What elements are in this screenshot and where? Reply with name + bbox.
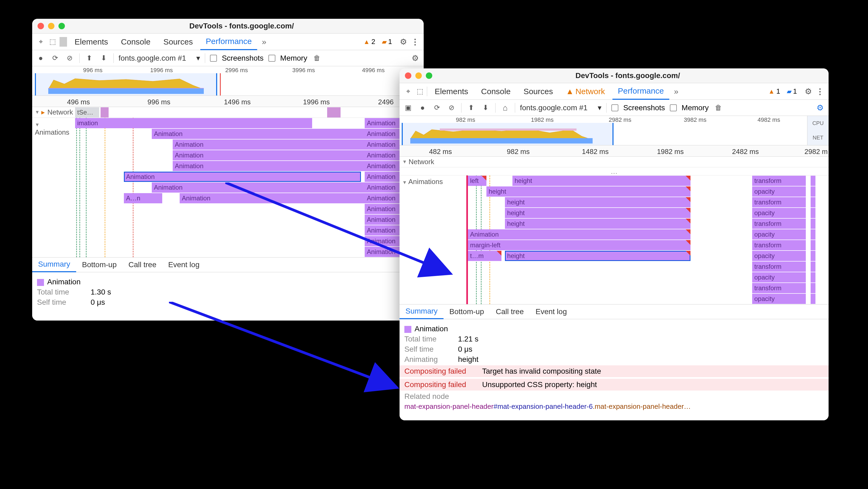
animation-bar[interactable] — [811, 186, 815, 196]
tab-performance[interactable]: Performance — [200, 33, 257, 50]
animation-bar[interactable] — [811, 197, 815, 207]
menu-icon[interactable] — [815, 87, 825, 96]
animation-bar[interactable]: opacity — [752, 251, 806, 261]
load-icon[interactable] — [466, 103, 476, 113]
issues-badge[interactable]: 1 — [787, 87, 797, 95]
tab-bottomup[interactable]: Bottom-up — [76, 257, 123, 272]
memory-checkbox[interactable] — [269, 55, 275, 62]
screenshots-checkbox[interactable] — [210, 55, 217, 62]
tab-console[interactable]: Console — [476, 83, 516, 100]
clear-icon[interactable] — [65, 53, 74, 63]
animation-bar[interactable]: Animation — [468, 230, 690, 240]
save-icon[interactable] — [481, 103, 491, 113]
timeline-ruler[interactable]: 482 ms 982 ms 1482 ms 1982 ms 2482 ms 29… — [400, 145, 829, 157]
animation-bar[interactable] — [811, 272, 815, 282]
animation-bar[interactable] — [811, 176, 815, 186]
warnings-badge[interactable]: 2 — [363, 37, 375, 46]
close-icon[interactable] — [405, 72, 411, 79]
animation-bar[interactable]: opacity — [752, 208, 806, 218]
animation-bar[interactable]: height — [505, 251, 690, 261]
tab-calltree[interactable]: Call tree — [123, 257, 162, 272]
animation-bar[interactable]: Animation — [152, 182, 389, 192]
issues-badge[interactable]: 1 — [382, 37, 392, 46]
animation-bar[interactable]: transform — [752, 283, 806, 293]
net-seg[interactable] — [100, 107, 108, 118]
network-track[interactable]: ▸Network tSe… — [32, 107, 424, 118]
target-select[interactable]: fonts.google.com #1▾ — [119, 54, 200, 62]
screenshots-checkbox[interactable] — [611, 104, 618, 111]
tab-performance[interactable]: Performance — [613, 83, 669, 100]
menu-icon[interactable] — [410, 37, 420, 47]
device-icon[interactable] — [415, 87, 425, 96]
animation-bar[interactable]: transform — [752, 262, 806, 272]
settings-icon[interactable] — [803, 87, 813, 96]
more-tabs-icon[interactable] — [259, 37, 269, 47]
timeline-ruler[interactable]: 496 ms 996 ms 1496 ms 1996 ms 2496 — [32, 96, 424, 107]
animation-bar[interactable]: transform — [752, 176, 806, 186]
trash-icon[interactable] — [312, 53, 322, 63]
animation-bar[interactable]: Animation — [173, 140, 392, 150]
animation-bar[interactable]: height — [513, 176, 690, 186]
record-icon[interactable] — [36, 53, 45, 63]
animation-bar[interactable]: transform — [752, 219, 806, 229]
animation-bar[interactable]: left — [468, 176, 487, 186]
clear-icon[interactable] — [447, 103, 456, 113]
settings-icon[interactable] — [399, 37, 408, 47]
close-icon[interactable] — [37, 23, 44, 29]
animation-bar[interactable]: opacity — [752, 272, 806, 282]
overview-selection[interactable] — [35, 73, 217, 95]
animation-bar[interactable]: t…m — [468, 251, 501, 261]
animation-bar[interactable] — [811, 219, 815, 229]
animation-bar[interactable]: height — [487, 186, 690, 196]
minimize-icon[interactable] — [48, 23, 55, 29]
animation-bar[interactable]: Animation — [173, 161, 392, 171]
animations-header[interactable]: ▼ Animations — [400, 176, 468, 304]
more-tabs-icon[interactable] — [672, 87, 681, 96]
animation-bar[interactable] — [811, 208, 815, 218]
timeline-overview[interactable]: 996 ms 1996 ms 2996 ms 3996 ms 4996 ms — [32, 66, 424, 96]
related-node-link[interactable]: mat-expansion-panel-header#mat-expansion… — [404, 402, 829, 411]
tab-network[interactable]: ▲Network — [560, 83, 610, 100]
inspect-icon[interactable] — [403, 87, 413, 96]
tab-eventlog[interactable]: Event log — [162, 257, 206, 272]
animation-bar[interactable]: height — [505, 219, 690, 229]
save-icon[interactable] — [99, 53, 108, 63]
animation-bar[interactable]: height — [505, 197, 690, 207]
tab-eventlog[interactable]: Event log — [530, 304, 573, 319]
animation-bar[interactable]: Animation — [173, 150, 392, 160]
inspect-icon[interactable] — [36, 37, 45, 47]
animation-bar[interactable] — [811, 251, 815, 261]
animation-bar[interactable]: height — [505, 208, 690, 218]
animation-bar[interactable]: transform — [752, 240, 806, 250]
tab-bottomup[interactable]: Bottom-up — [443, 304, 490, 319]
network-track[interactable]: Network — [400, 157, 829, 167]
net-seg[interactable]: tSe… — [75, 107, 99, 118]
home-icon[interactable] — [500, 103, 510, 113]
tab-elements[interactable]: Elements — [429, 83, 473, 100]
perf-settings-icon[interactable] — [815, 103, 825, 113]
reload-record-icon[interactable] — [432, 103, 442, 113]
animation-bar[interactable]: A…n — [124, 193, 162, 203]
zoom-icon[interactable] — [58, 23, 65, 29]
animation-bar[interactable] — [811, 283, 815, 293]
track-ellipsis[interactable]: … — [400, 167, 829, 176]
warnings-badge[interactable]: 1 — [768, 87, 780, 95]
animation-bar[interactable] — [811, 262, 815, 272]
tab-sources[interactable]: Sources — [158, 33, 198, 50]
tab-calltree[interactable]: Call tree — [490, 304, 530, 319]
animation-bar[interactable] — [811, 230, 815, 240]
memory-checkbox[interactable] — [670, 104, 677, 111]
animation-bar[interactable]: Animation — [152, 129, 389, 139]
zoom-icon[interactable] — [426, 72, 432, 79]
animation-bar[interactable]: transform — [752, 197, 806, 207]
animation-bar[interactable]: Animation — [124, 172, 361, 182]
tab-summary[interactable]: Summary — [32, 257, 76, 272]
target-select[interactable]: fonts.google.com #1▾ — [520, 103, 601, 112]
animation-bar[interactable]: opacity — [752, 186, 806, 196]
animation-bar[interactable]: margin-left — [468, 240, 690, 250]
animation-bar[interactable] — [811, 294, 815, 304]
panel-toggle-icon[interactable] — [403, 103, 413, 113]
animation-bar[interactable]: imation — [75, 118, 312, 128]
net-seg[interactable] — [327, 107, 341, 118]
perf-settings-icon[interactable] — [410, 53, 420, 63]
